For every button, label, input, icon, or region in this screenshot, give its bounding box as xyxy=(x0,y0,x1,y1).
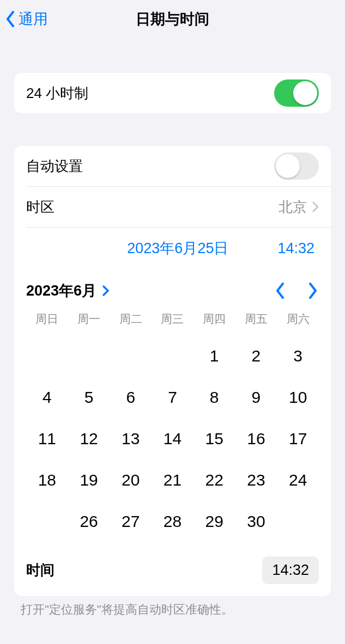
calendar-day[interactable]: 13 xyxy=(110,427,152,451)
calendar-day[interactable]: 17 xyxy=(277,427,319,451)
back-label: 通用 xyxy=(19,9,48,29)
weekday-label: 周日 xyxy=(26,311,68,327)
calendar-day[interactable]: 8 xyxy=(193,385,235,409)
month-picker-button[interactable]: 2023年6月 xyxy=(26,281,110,300)
switch-24hour[interactable] xyxy=(274,79,319,107)
switch-auto-set[interactable] xyxy=(274,152,319,180)
calendar-day[interactable]: 15 xyxy=(193,427,235,451)
calendar-day[interactable]: 10 xyxy=(277,385,319,409)
calendar-day[interactable]: 2 xyxy=(235,344,277,368)
calendar-day[interactable]: 1 xyxy=(193,344,235,368)
weekday-label: 周三 xyxy=(152,311,193,327)
row-auto-set: 自动设置 xyxy=(14,146,331,186)
header: 通用 日期与时间 xyxy=(0,0,345,38)
calendar-day[interactable]: 9 xyxy=(235,385,277,409)
calendar-day[interactable]: 12 xyxy=(68,427,110,451)
calendar-day[interactable]: 30 xyxy=(235,510,277,533)
section-datetime: 自动设置 时区 北京 2023年6月25日 14:32 2023年6月 周日周一… xyxy=(14,146,331,596)
label-timezone: 时区 xyxy=(26,198,55,217)
row-current-datetime: 2023年6月25日 14:32 xyxy=(14,228,331,269)
time-picker-button[interactable]: 14:32 xyxy=(262,556,319,584)
calendar-day[interactable]: 18 xyxy=(26,468,68,492)
month-label: 2023年6月 xyxy=(26,281,96,300)
calendar-day[interactable]: 28 xyxy=(152,510,193,533)
calendar-day[interactable]: 19 xyxy=(68,468,110,492)
calendar-day[interactable]: 4 xyxy=(26,385,68,409)
calendar-day[interactable]: 22 xyxy=(193,468,235,492)
label-time: 时间 xyxy=(26,561,55,580)
back-button[interactable]: 通用 xyxy=(0,9,48,29)
weekday-header: 周日周一周二周三周四周五周六 xyxy=(26,311,319,327)
footnote: 打开"定位服务"将提高自动时区准确性。 xyxy=(0,596,345,623)
calendar-day[interactable]: 23 xyxy=(235,468,277,492)
calendar-day[interactable]: 3 xyxy=(277,344,319,368)
calendar-day[interactable]: 27 xyxy=(110,510,152,533)
weekday-label: 周四 xyxy=(193,311,235,327)
weekday-label: 周五 xyxy=(235,311,277,327)
calendar-day[interactable]: 24 xyxy=(277,468,319,492)
weekday-label: 周一 xyxy=(68,311,110,327)
chevron-right-icon xyxy=(312,201,319,212)
calendar-day[interactable]: 29 xyxy=(193,510,235,533)
row-time: 时间 14:32 xyxy=(14,549,331,596)
calendar-day[interactable]: 25 xyxy=(26,510,68,533)
chevron-left-icon xyxy=(5,11,15,27)
current-date-button[interactable]: 2023年6月25日 xyxy=(127,238,228,258)
calendar-day[interactable]: 6 xyxy=(110,385,152,409)
label-24hour: 24 小时制 xyxy=(26,84,88,103)
next-month-button[interactable] xyxy=(307,281,319,300)
weekday-label: 周六 xyxy=(277,311,319,327)
calendar-day[interactable]: 26 xyxy=(68,510,110,533)
calendar-day[interactable]: 16 xyxy=(235,427,277,451)
days-grid: 1234567891011121314151617181920212223242… xyxy=(26,332,319,543)
calendar-day[interactable]: 21 xyxy=(152,468,193,492)
row-timezone[interactable]: 时区 北京 xyxy=(14,187,331,227)
label-auto-set: 自动设置 xyxy=(26,157,83,176)
calendar: 2023年6月 周日周一周二周三周四周五周六 12345678910111213… xyxy=(14,269,331,549)
row-24hour: 24 小时制 xyxy=(14,73,331,113)
section-24hour: 24 小时制 xyxy=(14,73,331,113)
current-time-button[interactable]: 14:32 xyxy=(277,240,314,257)
page-title: 日期与时间 xyxy=(0,9,345,29)
calendar-day[interactable]: 14 xyxy=(152,427,193,451)
prev-month-button[interactable] xyxy=(274,281,286,300)
calendar-day[interactable]: 11 xyxy=(26,427,68,451)
calendar-day[interactable]: 5 xyxy=(68,385,110,409)
calendar-day[interactable]: 20 xyxy=(110,468,152,492)
chevron-right-icon xyxy=(102,285,110,297)
weekday-label: 周二 xyxy=(110,311,152,327)
calendar-day[interactable]: 7 xyxy=(152,385,193,409)
value-timezone: 北京 xyxy=(279,198,307,217)
